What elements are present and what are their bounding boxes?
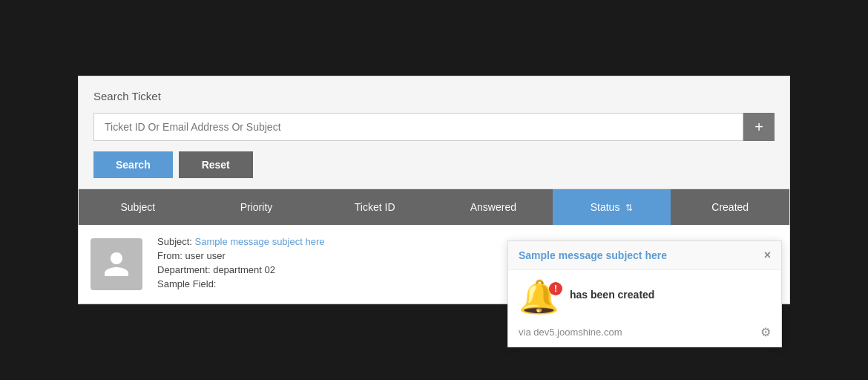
notification-popup: Sample message subject here × 🔔 ! has be…: [507, 240, 782, 347]
user-avatar-icon: [102, 249, 131, 279]
button-row: Search Reset: [93, 151, 775, 178]
search-section: Search Ticket + Search Reset: [79, 76, 789, 189]
gear-icon[interactable]: ⚙: [760, 325, 771, 339]
col-created[interactable]: Created: [671, 189, 789, 225]
bell-wrap: 🔔 !: [519, 281, 559, 313]
notification-title: Sample message subject here: [519, 249, 667, 261]
bell-badge: !: [549, 282, 562, 295]
notification-footer: via dev5.joomshine.com ⚙: [508, 321, 781, 347]
notification-message: has been created: [570, 289, 771, 305]
table-row: Subject: Sample message subject here Fro…: [79, 226, 789, 304]
notification-via: via dev5.joomshine.com: [519, 327, 622, 338]
notification-close-button[interactable]: ×: [764, 249, 771, 262]
plus-icon: +: [754, 119, 763, 136]
notification-body: 🔔 ! has been created: [508, 270, 781, 321]
col-status[interactable]: Status ⇅: [553, 189, 671, 225]
search-input-row: +: [93, 113, 775, 141]
table-body: Subject: Sample message subject here Fro…: [79, 225, 789, 304]
col-subject[interactable]: Subject: [79, 189, 197, 225]
avatar: [91, 238, 142, 290]
table-header: Subject Priority Ticket ID Answered Stat…: [79, 189, 789, 225]
search-button[interactable]: Search: [93, 151, 173, 178]
add-button[interactable]: +: [743, 113, 775, 141]
reset-button[interactable]: Reset: [179, 151, 253, 178]
col-answered[interactable]: Answered: [434, 189, 553, 225]
main-container: Search Ticket + Search Reset Subject Pri…: [78, 76, 790, 304]
col-ticket-id[interactable]: Ticket ID: [315, 189, 434, 225]
search-input[interactable]: [93, 113, 743, 141]
search-title: Search Ticket: [93, 90, 775, 102]
col-priority[interactable]: Priority: [197, 189, 316, 225]
sort-icon: ⇅: [625, 203, 633, 213]
notification-header: Sample message subject here ×: [508, 241, 781, 270]
